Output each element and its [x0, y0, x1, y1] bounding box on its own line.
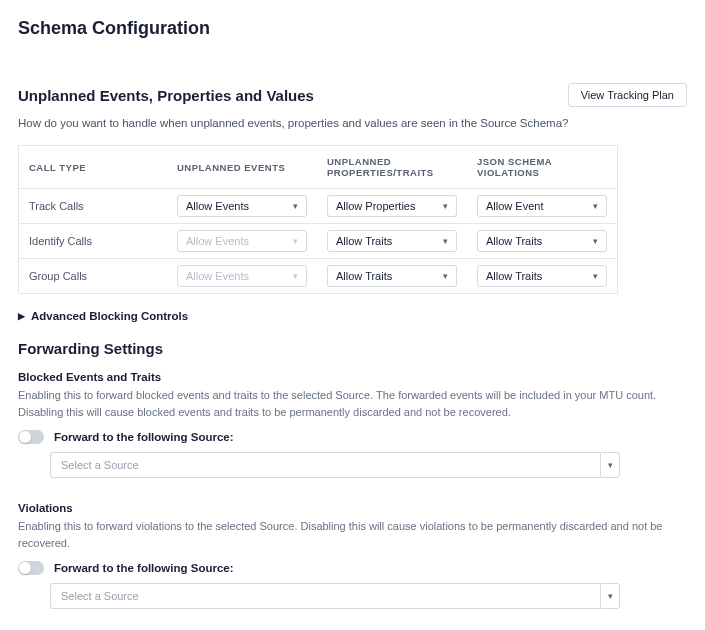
unplanned-section-head: Unplanned Events, Properties and Values …	[18, 83, 687, 107]
unplanned-title: Unplanned Events, Properties and Values	[18, 87, 314, 104]
props-cell: Allow Traits▾	[317, 224, 467, 259]
violations-source-placeholder: Select a Source	[50, 583, 600, 609]
table-row: Identify CallsAllow Events▾Allow Traits▾…	[19, 224, 618, 259]
json-select[interactable]: Allow Traits▾	[477, 265, 607, 287]
select-value: Allow Events	[186, 270, 249, 282]
events-cell: Allow Events▾	[167, 259, 317, 294]
blocked-toggle-label: Forward to the following Source:	[54, 431, 234, 443]
chevron-down-icon: ▾	[593, 271, 598, 281]
chevron-down-icon[interactable]: ▾	[600, 452, 620, 478]
select-value: Allow Events	[186, 200, 249, 212]
events-cell: Allow Events▾	[167, 224, 317, 259]
advanced-blocking-label: Advanced Blocking Controls	[31, 310, 188, 322]
schema-table: CALL TYPE UNPLANNED EVENTS UNPLANNED PRO…	[18, 145, 618, 294]
events-select: Allow Events▾	[177, 265, 307, 287]
chevron-down-icon[interactable]: ▾	[600, 583, 620, 609]
table-row: Group CallsAllow Events▾Allow Traits▾All…	[19, 259, 618, 294]
chevron-down-icon: ▾	[293, 271, 298, 281]
events-select: Allow Events▾	[177, 230, 307, 252]
view-tracking-plan-button[interactable]: View Tracking Plan	[568, 83, 687, 107]
props-select[interactable]: Allow Traits▾	[327, 230, 457, 252]
violations-description: Enabling this to forward violations to t…	[18, 518, 687, 551]
col-unplanned-events: UNPLANNED EVENTS	[167, 146, 317, 189]
select-value: Allow Event	[486, 200, 543, 212]
advanced-blocking-toggle[interactable]: ▶ Advanced Blocking Controls	[18, 310, 687, 322]
blocked-toggle-row: Forward to the following Source:	[18, 430, 687, 444]
call-type-cell: Identify Calls	[19, 224, 168, 259]
props-select[interactable]: Allow Properties▾	[327, 195, 457, 217]
violations-toggle-row: Forward to the following Source:	[18, 561, 687, 575]
props-cell: Allow Properties▾	[317, 189, 467, 224]
json-cell: Allow Event▾	[467, 189, 618, 224]
json-cell: Allow Traits▾	[467, 224, 618, 259]
chevron-down-icon: ▾	[293, 236, 298, 246]
chevron-down-icon: ▾	[593, 201, 598, 211]
json-select[interactable]: Allow Event▾	[477, 195, 607, 217]
col-json-violations: JSON SCHEMA VIOLATIONS	[467, 146, 618, 189]
events-cell: Allow Events▾	[167, 189, 317, 224]
table-row: Track CallsAllow Events▾Allow Properties…	[19, 189, 618, 224]
select-value: Allow Traits	[486, 270, 542, 282]
select-value: Allow Traits	[336, 235, 392, 247]
col-unplanned-props: UNPLANNED PROPERTIES/TRAITS	[317, 146, 467, 189]
chevron-down-icon: ▾	[443, 271, 448, 281]
call-type-cell: Group Calls	[19, 259, 168, 294]
forwarding-title: Forwarding Settings	[18, 340, 687, 357]
page-title: Schema Configuration	[18, 18, 687, 39]
json-cell: Allow Traits▾	[467, 259, 618, 294]
chevron-down-icon: ▾	[593, 236, 598, 246]
violations-toggle-label: Forward to the following Source:	[54, 562, 234, 574]
chevron-down-icon: ▾	[293, 201, 298, 211]
violations-forward-toggle[interactable]	[18, 561, 44, 575]
call-type-cell: Track Calls	[19, 189, 168, 224]
json-select[interactable]: Allow Traits▾	[477, 230, 607, 252]
blocked-source-placeholder: Select a Source	[50, 452, 600, 478]
violations-source-select[interactable]: Select a Source ▾	[50, 583, 620, 609]
triangle-right-icon: ▶	[18, 311, 25, 321]
props-cell: Allow Traits▾	[317, 259, 467, 294]
events-select[interactable]: Allow Events▾	[177, 195, 307, 217]
blocked-source-select[interactable]: Select a Source ▾	[50, 452, 620, 478]
select-value: Allow Traits	[336, 270, 392, 282]
blocked-forward-toggle[interactable]	[18, 430, 44, 444]
unplanned-description: How do you want to handle when unplanned…	[18, 117, 687, 129]
props-select[interactable]: Allow Traits▾	[327, 265, 457, 287]
violations-heading: Violations	[18, 502, 687, 514]
chevron-down-icon: ▾	[443, 236, 448, 246]
blocked-description: Enabling this to forward blocked events …	[18, 387, 687, 420]
col-call-type: CALL TYPE	[19, 146, 168, 189]
blocked-heading: Blocked Events and Traits	[18, 371, 687, 383]
select-value: Allow Properties	[336, 200, 415, 212]
select-value: Allow Events	[186, 235, 249, 247]
select-value: Allow Traits	[486, 235, 542, 247]
chevron-down-icon: ▾	[443, 201, 448, 211]
